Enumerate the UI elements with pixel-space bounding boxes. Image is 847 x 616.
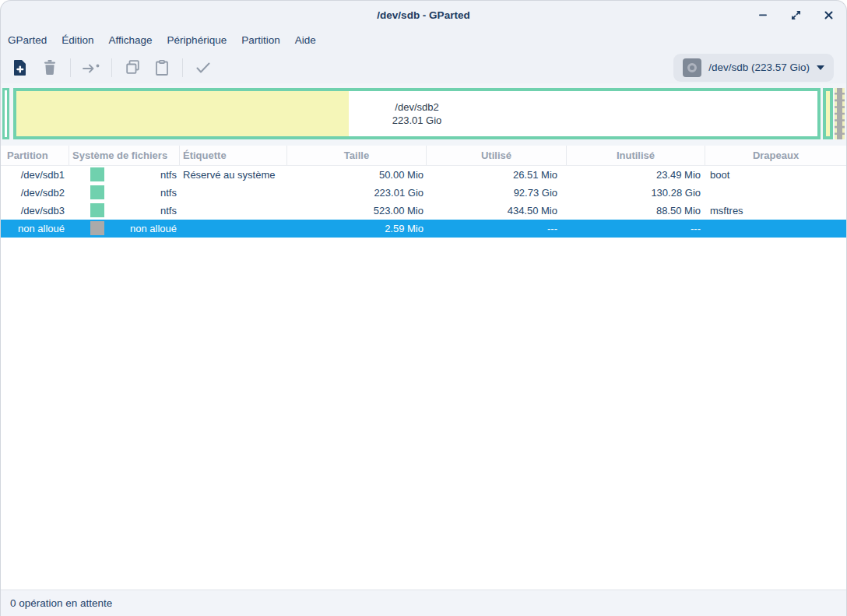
maximize-button[interactable] [789, 8, 803, 22]
chevron-down-icon [817, 65, 824, 70]
filesystem-name: non alloué [130, 223, 177, 234]
cell-flags [705, 184, 846, 202]
toolbar-separator [111, 58, 112, 77]
cell-flags: boot [705, 166, 846, 184]
disk-segment-sdb1[interactable] [2, 88, 9, 139]
disk-segment-sdb3[interactable] [823, 88, 833, 139]
gparted-window: /dev/sdb - GParted [0, 0, 847, 616]
menu-affichage[interactable]: Affichage [102, 32, 160, 48]
cell-filesystem: ntfs [69, 202, 180, 220]
titlebar[interactable]: /dev/sdb - GParted [1, 1, 846, 29]
column-header-used[interactable]: Utilisé [427, 146, 567, 165]
cell-unused: 23.49 Mio [567, 166, 705, 184]
cell-unused: 130.28 Gio [567, 184, 705, 202]
delete-partition-button[interactable] [35, 55, 65, 80]
toolbar-separator [70, 58, 71, 77]
selected-partition-label: /dev/sdb2 223.01 Gio [16, 100, 817, 127]
new-partition-icon [12, 59, 28, 76]
cell-filesystem: ntfs [69, 166, 180, 184]
table-row-selected[interactable]: non alloué non alloué 2.59 Mio --- --- [1, 220, 846, 238]
menu-gparted[interactable]: GParted [1, 32, 54, 48]
cell-unused: --- [567, 220, 705, 238]
paste-partition-button[interactable] [147, 55, 177, 80]
cell-used: 92.73 Gio [427, 184, 567, 202]
filesystem-name: ntfs [160, 187, 177, 199]
resize-move-button[interactable] [76, 55, 106, 80]
device-selector-label: /dev/sdb (223.57 Gio) [708, 62, 810, 73]
cell-used: 26.51 Mio [427, 166, 567, 184]
filesystem-name: ntfs [160, 169, 177, 181]
disk-visual-bar: /dev/sdb2 223.01 Gio [1, 83, 846, 146]
column-header-flags[interactable]: Drapeaux [705, 146, 846, 165]
column-header-size[interactable]: Taille [287, 146, 427, 165]
table-empty-area [1, 238, 846, 590]
table-header-row: Partition Système de fichiers Étiquette … [1, 146, 846, 166]
column-header-label[interactable]: Étiquette [180, 146, 287, 165]
menu-edition[interactable]: Édition [54, 32, 100, 48]
menu-partition[interactable]: Partition [234, 32, 287, 48]
resize-arrow-icon [81, 60, 101, 76]
partition-table: Partition Système de fichiers Étiquette … [1, 146, 846, 238]
cell-filesystem: non alloué [69, 220, 180, 238]
table-row[interactable]: /dev/sdb1 ntfs Réservé au système 50.00 … [1, 166, 846, 184]
minimize-button[interactable] [756, 8, 770, 22]
copy-partition-button[interactable] [118, 55, 147, 80]
statusbar: 0 opération en attente [1, 590, 846, 616]
column-header-partition[interactable]: Partition [1, 146, 69, 165]
cell-partition: /dev/sdb3 [1, 202, 69, 220]
selected-partition-name: /dev/sdb2 [16, 100, 817, 114]
cell-partition: /dev/sdb2 [1, 184, 69, 202]
cell-label: Réservé au système [180, 166, 287, 184]
window-controls [756, 1, 835, 29]
menu-aide[interactable]: Aide [288, 32, 323, 48]
column-header-unused[interactable]: Inutilisé [567, 146, 705, 165]
toolbar-separator [182, 58, 183, 77]
hard-drive-icon [683, 58, 701, 77]
table-row[interactable]: /dev/sdb2 ntfs 223.01 Gio 92.73 Gio 130.… [1, 184, 846, 202]
cell-size: 523.00 Mio [287, 202, 427, 220]
cell-flags: msftres [705, 202, 846, 220]
cell-partition: non alloué [1, 220, 69, 238]
menubar: GParted Édition Affichage Périphérique P… [1, 29, 846, 51]
device-selector[interactable]: /dev/sdb (223.57 Gio) [673, 54, 834, 82]
pending-operations-text: 0 opération en attente [10, 597, 112, 609]
cell-label [180, 220, 287, 238]
table-row[interactable]: /dev/sdb3 ntfs 523.00 Mio 434.50 Mio 88.… [1, 202, 846, 220]
paste-icon [154, 59, 170, 76]
minimize-icon [757, 9, 768, 20]
apply-operations-button[interactable] [188, 55, 218, 80]
close-button[interactable] [821, 8, 835, 22]
toolbar: /dev/sdb (223.57 Gio) [1, 51, 846, 83]
cell-label [180, 184, 287, 202]
cell-unused: 88.50 Mio [567, 202, 705, 220]
disk-segment-sdb2[interactable]: /dev/sdb2 223.01 Gio [13, 88, 821, 139]
cell-size: 50.00 Mio [287, 166, 427, 184]
close-icon [824, 10, 834, 20]
filesystem-name: ntfs [160, 205, 177, 216]
cell-filesystem: ntfs [69, 184, 180, 202]
filesystem-color-swatch [90, 221, 104, 235]
disk-segment-unallocated[interactable] [835, 88, 845, 139]
cell-used: --- [427, 220, 567, 238]
cell-partition: /dev/sdb1 [1, 166, 69, 184]
column-header-filesystem[interactable]: Système de fichiers [69, 146, 180, 165]
menu-peripherique[interactable]: Périphérique [160, 32, 234, 48]
maximize-icon [790, 9, 802, 21]
cell-size: 223.01 Gio [287, 184, 427, 202]
cell-used: 434.50 Mio [427, 202, 567, 220]
cell-flags [705, 220, 846, 238]
cell-size: 2.59 Mio [287, 220, 427, 238]
window-title: /dev/sdb - GParted [377, 9, 469, 21]
checkmark-icon [195, 61, 212, 75]
trash-icon [42, 59, 58, 76]
selected-partition-size: 223.01 Gio [16, 114, 817, 127]
new-partition-button[interactable] [5, 55, 35, 80]
copy-icon [125, 59, 141, 76]
filesystem-color-swatch [90, 203, 104, 217]
filesystem-color-swatch [90, 185, 104, 199]
filesystem-color-swatch [90, 167, 104, 181]
cell-label [180, 202, 287, 220]
